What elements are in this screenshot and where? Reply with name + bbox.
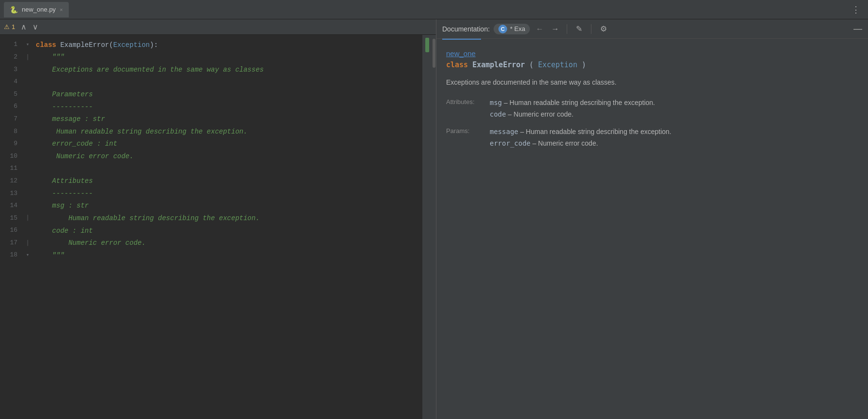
class-parent: Exception bbox=[113, 40, 150, 50]
code-line-9: error_code : int bbox=[36, 138, 422, 150]
doc-header: Documentation: C * Exa ← → ✎ ⚙ — bbox=[436, 19, 868, 39]
code-line-10: Numeric error code. bbox=[36, 150, 422, 163]
keyword-class: class bbox=[36, 40, 60, 50]
line-num-9: 9 bbox=[4, 138, 17, 150]
module-link[interactable]: new_one bbox=[446, 49, 858, 58]
fold-marker-9 bbox=[23, 138, 32, 150]
code-line-5: Parameters bbox=[36, 88, 422, 101]
code-line-6: ---------- bbox=[36, 101, 422, 113]
fold-marker-15: │ bbox=[23, 212, 32, 224]
fold-marker-7 bbox=[23, 113, 32, 126]
class-name-doc: ExampleError bbox=[472, 60, 525, 69]
prev-warning-button[interactable]: ∧ bbox=[19, 21, 29, 32]
line-num-2: 2 bbox=[4, 51, 17, 64]
doc-tab-label: * Exa bbox=[510, 25, 525, 32]
tab-label: new_one.py bbox=[22, 6, 56, 13]
line-num-10: 10 bbox=[4, 150, 17, 163]
class-keyword: class bbox=[446, 60, 472, 69]
tab-new-one-py[interactable]: 🐍 new_one.py × bbox=[4, 2, 69, 17]
attr-code-desc: – Numeric error code. bbox=[508, 110, 574, 118]
main-area: ⚠ 1 ∧ ∨ 1 2 3 4 5 6 7 8 9 10 11 12 bbox=[0, 19, 868, 419]
params-content: message – Human readable string describi… bbox=[490, 126, 671, 150]
fold-marker-11 bbox=[23, 163, 32, 175]
code-line-15: Human readable string describing the exc… bbox=[36, 212, 422, 224]
code-line-14: msg : str bbox=[36, 200, 422, 212]
tab-more-button[interactable]: ⋮ bbox=[848, 4, 864, 15]
code-line-8: Human readable string describing the exc… bbox=[36, 125, 422, 138]
code-line-3: Exceptions are documented in the same wa… bbox=[36, 63, 422, 76]
doc-params-section: Params: message – Human readable string … bbox=[446, 126, 858, 150]
tab-close-button[interactable]: × bbox=[60, 7, 62, 13]
line-num-4: 4 bbox=[4, 76, 17, 89]
code-line-4 bbox=[36, 76, 422, 89]
code-area[interactable]: 1 2 3 4 5 6 7 8 9 10 11 12 13 14 15 16 1… bbox=[0, 35, 436, 419]
attr-code: code – Numeric error code. bbox=[490, 109, 655, 120]
param-message-name: message bbox=[490, 128, 518, 135]
doc-edit-button[interactable]: ✎ bbox=[573, 23, 585, 34]
code-line-2: """ bbox=[36, 51, 422, 64]
editor-toolbar: ⚠ 1 ∧ ∨ bbox=[0, 19, 436, 35]
scrollbar-track[interactable] bbox=[432, 35, 436, 419]
divider-1 bbox=[567, 24, 567, 34]
tab-bar: 🐍 new_one.py × ⋮ bbox=[0, 0, 868, 19]
code-content[interactable]: class ExampleError ( Exception ): """ Ex… bbox=[32, 35, 422, 419]
doc-forward-button[interactable]: → bbox=[549, 24, 561, 34]
param-message-desc: – Human readable string describing the e… bbox=[520, 128, 671, 135]
line-num-14: 14 bbox=[4, 200, 17, 212]
class-parent-doc: Exception bbox=[538, 60, 577, 69]
doc-minimize-button[interactable]: — bbox=[853, 24, 862, 34]
fold-marker-13 bbox=[23, 187, 32, 200]
doc-attributes-section: Attributes: msg – Human readable string … bbox=[446, 97, 858, 120]
code-line-11 bbox=[36, 163, 422, 175]
fold-marker-18[interactable]: ▾ bbox=[23, 249, 32, 262]
line-num-3: 3 bbox=[4, 63, 17, 76]
doc-panel-title: Documentation: bbox=[442, 25, 490, 33]
doc-panel: Documentation: C * Exa ← → ✎ ⚙ — new_one… bbox=[436, 19, 868, 419]
attr-msg-name: msg bbox=[490, 99, 502, 106]
code-line-17: Numeric error code. bbox=[36, 237, 422, 250]
attributes-label: Attributes: bbox=[446, 97, 490, 120]
fold-marker-5 bbox=[23, 88, 32, 101]
line-num-11: 11 bbox=[4, 163, 17, 175]
param-error-code-name: error_code bbox=[490, 139, 530, 147]
fold-marker-4 bbox=[23, 76, 32, 89]
fold-marker-12 bbox=[23, 175, 32, 188]
code-line-13: ---------- bbox=[36, 187, 422, 200]
fold-marker-3 bbox=[23, 63, 32, 76]
code-line-16: code : int bbox=[36, 224, 422, 237]
doc-settings-button[interactable]: ⚙ bbox=[597, 23, 610, 34]
editor-panel: ⚠ 1 ∧ ∨ 1 2 3 4 5 6 7 8 9 10 11 12 bbox=[0, 19, 436, 419]
line-num-17: 17 bbox=[4, 237, 17, 250]
line-num-7: 7 bbox=[4, 113, 17, 126]
code-line-7: message : str bbox=[36, 113, 422, 126]
line-num-18: 18 bbox=[4, 249, 17, 262]
code-line-18: """ bbox=[36, 249, 422, 262]
doc-content: new_one class ExampleError ( Exception )… bbox=[436, 40, 868, 419]
mini-map bbox=[422, 35, 432, 419]
class-signature: class ExampleError ( Exception ) bbox=[446, 60, 858, 69]
line-num-13: 13 bbox=[4, 187, 17, 200]
doc-tab-pill[interactable]: C * Exa bbox=[494, 24, 530, 34]
param-error-code: error_code – Numeric error code. bbox=[490, 138, 671, 150]
fold-marker-16 bbox=[23, 224, 32, 237]
fold-marker-17: │ bbox=[23, 237, 32, 250]
line-numbers: 1 2 3 4 5 6 7 8 9 10 11 12 13 14 15 16 1… bbox=[0, 35, 23, 419]
line-num-8: 8 bbox=[4, 125, 17, 138]
line-num-15: 15 bbox=[4, 212, 17, 224]
fold-marker-1[interactable]: ▾ bbox=[23, 39, 32, 51]
python-file-icon: 🐍 bbox=[10, 6, 18, 14]
next-warning-button[interactable]: ∨ bbox=[31, 21, 40, 32]
fold-marker-10 bbox=[23, 150, 32, 163]
doc-back-button[interactable]: ← bbox=[534, 24, 545, 34]
code-line-12: Attributes bbox=[36, 175, 422, 188]
fold-marker-6 bbox=[23, 101, 32, 113]
params-label: Params: bbox=[446, 126, 490, 150]
class-name: ExampleError bbox=[60, 40, 109, 50]
line-num-6: 6 bbox=[4, 101, 17, 113]
attr-code-name: code bbox=[490, 110, 506, 118]
attr-msg-desc: – Human readable string describing the e… bbox=[504, 99, 655, 106]
mini-map-indicator bbox=[425, 38, 429, 52]
warning-icon: ⚠ bbox=[4, 23, 10, 30]
scrollbar-thumb[interactable] bbox=[433, 39, 435, 68]
nav-arrows: ∧ ∨ bbox=[19, 21, 40, 32]
